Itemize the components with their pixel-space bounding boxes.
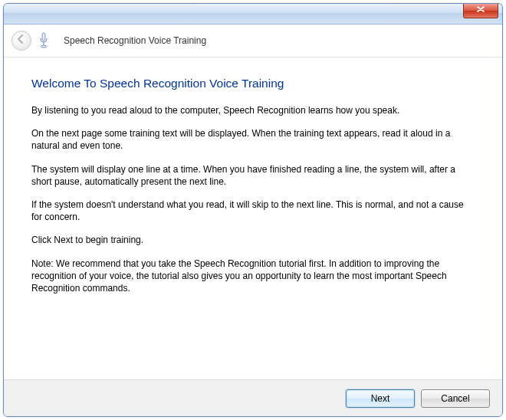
back-button[interactable]	[12, 31, 31, 51]
back-arrow-icon	[15, 34, 26, 47]
next-button[interactable]: Next	[346, 389, 415, 408]
paragraph: Click Next to begin training.	[31, 234, 475, 246]
wizard-window: Speech Recognition Voice Training Welcom…	[3, 3, 503, 417]
content-area: Welcome To Speech Recognition Voice Trai…	[4, 57, 502, 376]
svg-point-2	[41, 45, 47, 48]
paragraph: If the system doesn't understand what yo…	[31, 199, 475, 223]
titlebar	[4, 4, 502, 25]
header-title: Speech Recognition Voice Training	[64, 35, 206, 46]
paragraph: Note: We recommend that you take the Spe…	[31, 258, 475, 295]
paragraph: The system will display one line at a ti…	[31, 163, 475, 188]
cancel-button[interactable]: Cancel	[421, 389, 490, 408]
footer-bar: Next Cancel	[4, 379, 502, 416]
svg-rect-0	[42, 33, 45, 41]
page-title: Welcome To Speech Recognition Voice Trai…	[31, 77, 475, 90]
header-bar: Speech Recognition Voice Training	[4, 25, 502, 57]
microphone-icon	[38, 31, 50, 50]
paragraph: On the next page some training text will…	[31, 127, 475, 152]
close-button[interactable]	[463, 4, 498, 18]
paragraph: By listening to you read aloud to the co…	[31, 104, 475, 116]
close-icon	[477, 6, 485, 14]
